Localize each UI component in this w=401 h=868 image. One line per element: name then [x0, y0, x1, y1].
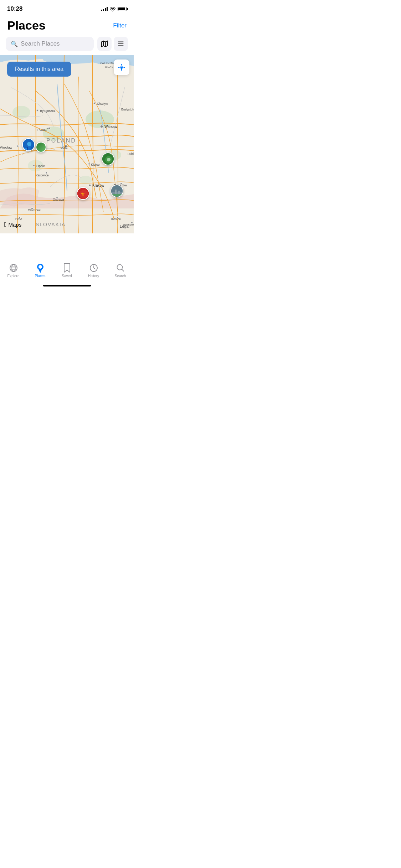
svg-point-25: [33, 165, 35, 167]
svg-text:Katowice: Katowice: [36, 174, 49, 177]
legal-text[interactable]: Legal: [120, 224, 129, 228]
map-background: Bydgoszcz Olsztyn Warsaw Poznań Łódź Wro…: [0, 55, 134, 233]
svg-text:Olsztyn: Olsztyn: [97, 102, 108, 105]
map-marker-warsaw[interactable]: [102, 153, 114, 165]
svg-text:Łódź: Łódź: [61, 146, 68, 149]
explore-label: Explore: [7, 274, 20, 278]
history-label: History: [88, 274, 99, 278]
svg-text:Bydgoszcz: Bydgoszcz: [40, 109, 56, 113]
svg-text:Kraków: Kraków: [92, 184, 104, 187]
svg-point-75: [38, 265, 42, 269]
svg-point-15: [93, 102, 96, 104]
svg-rect-66: [111, 192, 123, 194]
tab-search[interactable]: Search: [107, 263, 134, 278]
results-area-button[interactable]: Results in this area: [7, 62, 71, 77]
svg-rect-68: [118, 191, 120, 194]
tab-saved[interactable]: Saved: [53, 263, 80, 278]
places-pin-icon: [35, 263, 45, 273]
svg-text:Brno: Brno: [15, 217, 22, 221]
svg-point-51: [121, 66, 122, 67]
svg-line-80: [122, 269, 124, 272]
saved-label: Saved: [62, 274, 72, 278]
tab-explore[interactable]: Explore: [0, 263, 27, 278]
signal-icon: [101, 7, 108, 11]
status-icons: [101, 7, 127, 11]
list-view-button[interactable]: [114, 37, 128, 51]
svg-text:Opole: Opole: [36, 164, 45, 168]
map-view-button[interactable]: [97, 37, 112, 51]
svg-text:Kielce: Kielce: [91, 163, 100, 166]
svg-text:Warsaw: Warsaw: [104, 125, 118, 129]
maps-attribution:  Maps: [4, 221, 21, 228]
svg-point-29: [88, 163, 90, 165]
apple-icon: : [4, 221, 7, 228]
map-marker-green[interactable]: [36, 142, 46, 153]
svg-text:Białystok: Białystok: [121, 108, 134, 111]
wifi-icon: [110, 7, 115, 11]
svg-text:POLAND: POLAND: [46, 138, 76, 144]
search-bar[interactable]: 🔍 Search Places: [6, 37, 94, 51]
maps-label: Maps: [9, 222, 22, 228]
bookmark-icon: [62, 263, 72, 273]
svg-rect-56: [28, 146, 31, 151]
filter-button[interactable]: Filter: [113, 22, 127, 29]
search-tab-icon: [115, 263, 125, 273]
battery-icon: [118, 7, 127, 11]
map-marker-rzeszow[interactable]: [110, 185, 123, 197]
globe-icon: [9, 263, 19, 273]
map-marker-krakow[interactable]: ⚜: [77, 187, 89, 200]
status-bar: 10:28: [0, 0, 134, 16]
search-tab-label: Search: [115, 274, 126, 278]
home-indicator: [43, 285, 91, 286]
tab-history[interactable]: History: [80, 263, 107, 278]
places-label: Places: [35, 274, 45, 278]
svg-text:Poznań: Poznań: [37, 128, 48, 131]
search-placeholder: Search Places: [21, 40, 60, 47]
svg-point-31: [89, 184, 91, 186]
svg-point-23: [17, 145, 19, 147]
svg-text:Lubl: Lubl: [128, 152, 134, 156]
svg-line-78: [94, 268, 95, 269]
svg-text:SLOVAKIA: SLOVAKIA: [36, 222, 66, 227]
search-row: 🔍 Search Places: [0, 37, 134, 55]
svg-point-13: [36, 109, 38, 112]
svg-text:Olomouc: Olomouc: [28, 208, 41, 212]
tab-places[interactable]: Places: [27, 263, 53, 278]
header: Places Filter: [0, 16, 134, 37]
search-icon: 🔍: [11, 41, 18, 47]
svg-text:⚜: ⚜: [81, 191, 85, 197]
page-title: Places: [7, 19, 46, 32]
svg-text:Ostrava: Ostrava: [53, 198, 64, 201]
svg-point-60: [107, 158, 110, 161]
svg-rect-67: [115, 190, 117, 194]
svg-point-19: [48, 127, 50, 129]
location-button[interactable]: [114, 60, 129, 75]
svg-text:Košice: Košice: [111, 217, 121, 221]
status-time: 10:28: [7, 5, 22, 12]
clock-icon: [89, 263, 99, 273]
map-marker-poznan[interactable]: [22, 138, 35, 151]
svg-text:Wrocław: Wrocław: [0, 146, 12, 149]
map-area[interactable]: Bydgoszcz Olsztyn Warsaw Poznań Łódź Wro…: [0, 55, 134, 233]
svg-point-17: [100, 125, 103, 128]
map-controls: [97, 37, 128, 51]
svg-point-54: [27, 142, 31, 146]
